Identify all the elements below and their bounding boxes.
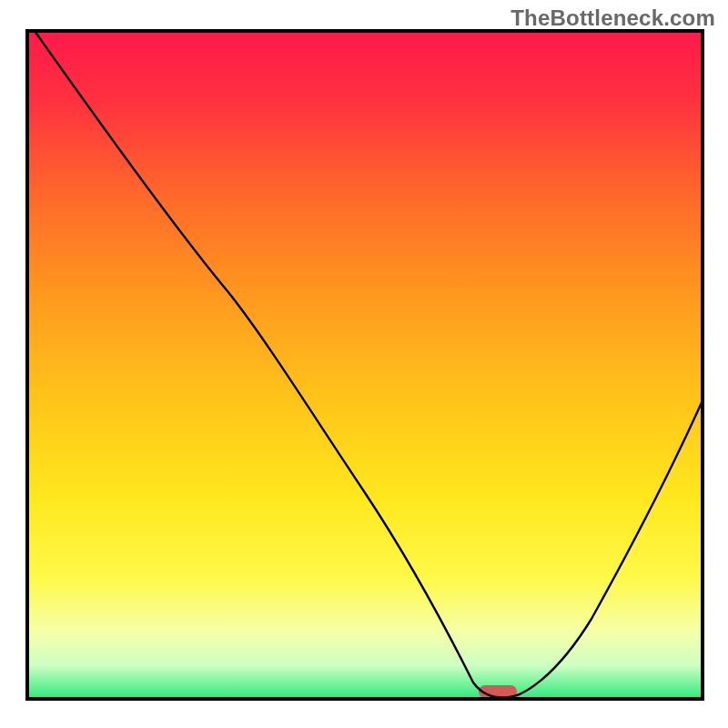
- heatmap-background: [27, 31, 703, 699]
- watermark-text: TheBottleneck.com: [511, 5, 715, 31]
- bottleneck-chart: [0, 0, 728, 728]
- chart-container: TheBottleneck.com: [0, 0, 728, 728]
